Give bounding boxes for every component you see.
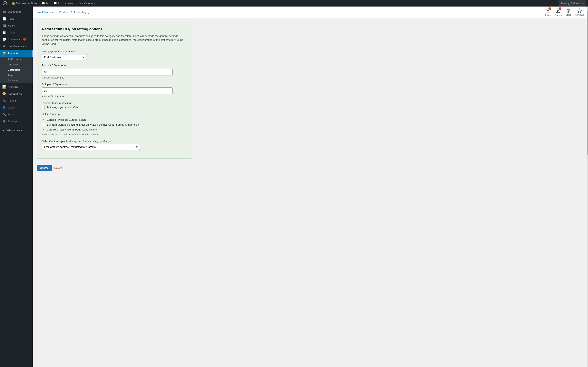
breadcrumb-sep1: /	[57, 11, 58, 14]
update-button[interactable]: Update	[37, 165, 52, 171]
activate-constraints-row: Activate project constraints	[42, 106, 187, 109]
project-restrictions-field: Project choice restrictions Activate pro…	[42, 101, 187, 109]
forest-check-0: ✓	[42, 118, 45, 121]
svg-marker-7	[578, 9, 582, 13]
who-pays-field: Who pays for Carbon Offset End Customer …	[42, 50, 187, 60]
bubble-count: 3	[58, 2, 59, 5]
product-co2-hint: Amount in kilograms	[42, 76, 187, 79]
content-topbar: WooCommerce / Products / Edit category ●	[33, 7, 588, 18]
view-category-label: View Category	[78, 2, 95, 5]
project-restrictions-label: Project choice restrictions	[42, 101, 187, 105]
tools-icon: 🔧	[2, 113, 6, 116]
site-name-item[interactable]: 🏠 Reforestum Store	[11, 2, 38, 5]
media-icon: 🖼	[2, 24, 6, 27]
sidebar-item-users[interactable]: 👤 Users	[0, 104, 33, 111]
sidebar-item-label: Users	[8, 106, 15, 109]
dashboard-icon: ⊞	[2, 10, 6, 13]
pages-icon: 📋	[2, 31, 6, 34]
main-content: WooCommerce / Products / Edit category ●	[33, 7, 588, 367]
comments-item[interactable]: 💬 14	[40, 2, 50, 5]
product-co2-label: Product CO2 amount	[42, 64, 187, 67]
sidebar-item-comments[interactable]: 💬 Comments 3	[0, 36, 33, 43]
forest-label-2: Cordillera Azul National Park, Central P…	[47, 128, 97, 131]
shipping-co2-hint: Amount in kilograms	[42, 95, 187, 98]
sidebar-item-label: Appearance	[8, 92, 22, 95]
scrollbar-thumb	[587, 11, 588, 155]
bubble-item[interactable]: 💭 3	[52, 2, 60, 5]
orders-icon-item[interactable]: ● Orders	[555, 8, 562, 16]
users-icon: 👤	[2, 106, 6, 109]
sidebar-item-posts[interactable]: 📄 Posts	[0, 15, 33, 22]
submenu-categories[interactable]: Categories	[0, 67, 33, 73]
sidebar-item-appearance[interactable]: 🎨 Appearance	[0, 90, 33, 97]
scrollbar[interactable]	[587, 7, 588, 367]
howdy-text: Howdy, Reforestum	[561, 2, 584, 5]
settings-description: These settings will affect all products …	[42, 34, 187, 46]
wp-logo-item[interactable]: W	[2, 1, 8, 5]
inbox-icon-item[interactable]: ● Inbox	[545, 8, 551, 16]
analytics-icon: 📊	[2, 85, 6, 89]
topbar-icons: ● Inbox ● Orders	[545, 8, 584, 16]
sidebar-item-dashboard[interactable]: ⊞ Dashboard	[0, 8, 33, 15]
settings-icon: ⚙	[2, 119, 6, 123]
submenu-all-products[interactable]: All Products	[0, 57, 33, 62]
delete-button[interactable]: Delete	[54, 166, 62, 169]
submenu-tags[interactable]: Tags	[0, 73, 33, 78]
sidebar-item-plugins[interactable]: 🔌 Plugins	[0, 97, 33, 104]
comments-icon: 💬	[2, 38, 6, 41]
bubble-icon: 💭	[53, 2, 57, 5]
sales-contract-label: Sales Contract specifically applied fort…	[42, 140, 187, 143]
forest-check-2: ✓	[42, 128, 45, 131]
sidebar-item-label: WooCommerce	[8, 45, 26, 48]
shipping-co2-input[interactable]	[42, 87, 173, 94]
activate-constraints-checkbox[interactable]	[42, 106, 45, 109]
howdy-item[interactable]: Howdy, Reforestum	[559, 0, 586, 7]
stock-label: Stock	[566, 14, 571, 16]
sidebar-item-label: Dashboard	[8, 10, 21, 13]
select-forests-field: Select forest(s) ✓ Génesis, Picos de Eur…	[42, 113, 187, 136]
sidebar-item-settings[interactable]: ⚙ Settings	[0, 118, 33, 125]
inbox-badge: ●	[548, 7, 551, 10]
collapse-menu-item[interactable]: ◀ Collapse menu	[0, 126, 33, 134]
admin-bar: W 🏠 Reforestum Store 💬 14 💭 3 ＋ New View…	[0, 0, 588, 7]
breadcrumb: WooCommerce / Products / Edit category	[37, 11, 90, 14]
reviews-label: Reviews	[575, 14, 584, 16]
who-pays-select[interactable]: End Customer Store Owner	[42, 54, 87, 60]
sidebar-item-label: Comments	[8, 38, 21, 41]
settings-title: Reforestum CO2 offsetting options	[42, 27, 187, 32]
sidebar-item-label: Analytics	[8, 85, 18, 88]
site-home-icon: 🏠	[12, 2, 15, 5]
comments-count: 14	[46, 2, 49, 5]
submenu-attributes[interactable]: Attributes	[0, 78, 33, 83]
sidebar-item-tools[interactable]: 🔧 Tools	[0, 111, 33, 118]
sidebar-item-woocommerce[interactable]: W WooCommerce	[0, 43, 33, 50]
new-content-item[interactable]: ＋ New	[63, 1, 74, 5]
reviews-icon-item[interactable]: Reviews	[575, 8, 584, 16]
sidebar-item-pages[interactable]: 📋 Pages	[0, 29, 33, 36]
sidebar-item-label: Media	[8, 24, 15, 27]
sidebar-item-media[interactable]: 🖼 Media	[0, 22, 33, 29]
forest-item-1: Sumatra Merang Peatland, Musi Banyuasin …	[42, 122, 187, 127]
product-co2-input[interactable]	[42, 69, 173, 75]
breadcrumb-products[interactable]: Products	[59, 11, 69, 14]
shipping-co2-field: Shipping CO2 amount Amount in kilograms	[42, 83, 187, 98]
forest-check-1	[42, 123, 45, 126]
sidebar-item-products[interactable]: 📦 Products	[0, 50, 33, 57]
plus-icon: ＋	[64, 1, 67, 5]
sidebar-item-label: Plugins	[8, 99, 17, 102]
sidebar-item-label: Pages	[8, 31, 15, 34]
settings-box: Reforestum CO2 offsetting options These …	[37, 22, 192, 159]
stock-icon-item[interactable]: Stock	[566, 8, 571, 16]
forest-label-1: Sumatra Merang Peatland, Musi Banyuasin …	[47, 123, 139, 126]
svg-text:W: W	[4, 2, 6, 5]
inbox-label: Inbox	[545, 14, 551, 16]
sidebar-item-analytics[interactable]: 📊 Analytics	[0, 83, 33, 90]
forests-hint: Select forest(s) that will be available …	[42, 133, 187, 136]
site-name: Reforestum Store	[16, 2, 37, 5]
submenu-add-new[interactable]: Add New	[0, 62, 33, 67]
breadcrumb-woocommerce[interactable]: WooCommerce	[37, 11, 55, 14]
view-category-item[interactable]: View Category	[77, 2, 96, 5]
activate-constraints-label[interactable]: Activate project constraints	[46, 106, 78, 109]
page-content: Reforestum CO2 offsetting options These …	[33, 18, 588, 177]
sales-contract-select[interactable]: Free amount contract, restricted to 2 fo…	[42, 144, 140, 150]
